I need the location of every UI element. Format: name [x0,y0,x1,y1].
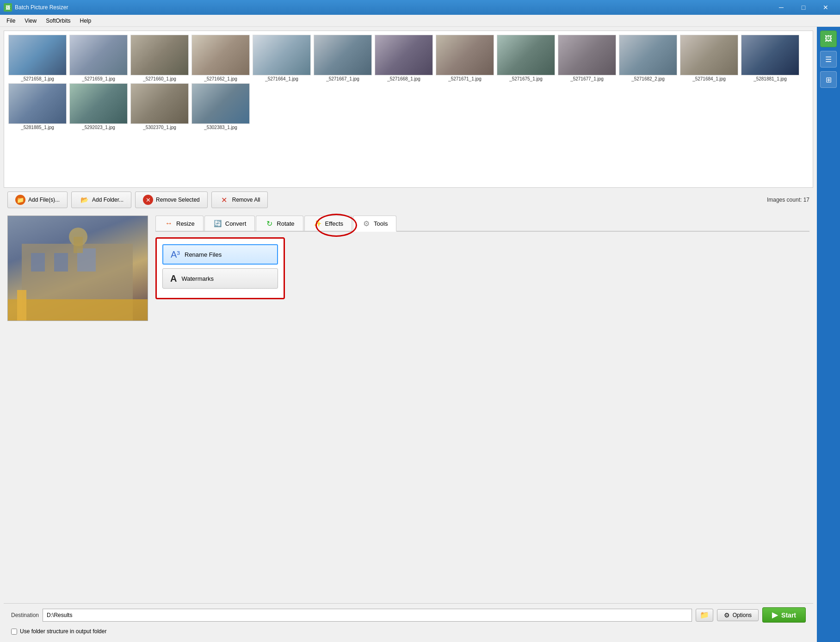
rename-files-button[interactable]: A³ Rename Files [162,244,278,265]
tab-tools-label: Tools [374,220,388,227]
thumbnail-item[interactable]: _5271658_1.jpg [8,35,67,81]
tools-icon: ⚙ [362,219,371,228]
thumbnail-item[interactable]: _5271662_1.jpg [191,35,250,81]
thumbnail-image [191,35,250,75]
toolbar: 📁 Add File(s)... 📂 Add Folder... ✕ Remov… [4,188,813,212]
list-view-icon: ☰ [825,55,832,64]
thumbnail-image [558,35,616,75]
image-view-icon: 🖼 [825,35,832,43]
menu-file[interactable]: File [2,17,20,25]
tab-resize-label: Resize [176,220,195,227]
thumbnail-label: _5271658_1.jpg [21,76,54,81]
remove-all-button[interactable]: ✕ Remove All [211,191,268,208]
window-controls: ─ □ ✕ [771,0,836,15]
tab-convert[interactable]: 🔄 Convert [204,216,255,231]
tab-tools[interactable]: ⚙ Tools [353,216,396,232]
destination-label: Destination [11,612,39,618]
thumbnail-label: _5271684_1.jpg [692,76,726,81]
start-button[interactable]: ▶ Start [762,607,806,623]
rotate-icon: ↻ [265,219,274,228]
destination-bar: Destination 📁 ⚙ Options ▶ Start [4,603,813,626]
remove-selected-button[interactable]: ✕ Remove Selected [135,191,208,208]
folder-structure-checkbox[interactable] [11,629,17,635]
thumbnail-item[interactable]: _5281881_1.jpg [741,35,800,81]
thumbnail-item[interactable]: _5302383_1.jpg [191,83,250,130]
thumbnail-label: _5271664_1.jpg [265,76,298,81]
watermarks-icon: A [170,273,177,284]
tab-resize[interactable]: ↔ Resize [155,216,204,231]
right-sidebar: 🖼 ☰ ⊞ [817,27,840,642]
folder-structure-label: Use folder structure in output folder [20,628,106,635]
image-view-button[interactable]: 🖼 [820,31,837,47]
thumbnail-grid-container[interactable]: _5271658_1.jpg_5271659_1.jpg_5271660_1.j… [4,31,813,188]
add-files-button[interactable]: 📁 Add File(s)... [7,191,68,208]
thumbnail-item[interactable]: _5271684_1.jpg [679,35,739,81]
thumbnail-item[interactable]: _5292023_1.jpg [69,83,128,130]
list-view-button[interactable]: ☰ [820,51,837,68]
preview-svg [8,216,148,321]
thumbnail-image [375,35,433,75]
thumbnail-image [619,35,677,75]
watermarks-button[interactable]: A Watermarks [162,268,278,289]
main-content: _5271658_1.jpg_5271659_1.jpg_5271660_1.j… [0,27,840,642]
resize-icon: ↔ [164,219,173,228]
thumbnail-image [436,35,494,75]
preview-area [4,212,152,603]
thumbnail-label: _5271682_2.jpg [631,76,665,81]
thumbnail-item[interactable]: _5271664_1.jpg [252,35,311,81]
add-files-icon: 📁 [15,195,25,205]
remove-all-label: Remove All [232,197,260,203]
thumbnail-item[interactable]: _5271659_1.jpg [69,35,128,81]
thumbnail-item[interactable]: _5271667_1.jpg [313,35,372,81]
menu-softorbits[interactable]: SoftOrbits [41,17,75,25]
thumbnail-image [680,35,738,75]
images-count: Images count: 17 [767,197,809,203]
thumbnail-item[interactable]: _5281885_1.jpg [8,83,67,130]
tab-rotate-label: Rotate [277,220,294,227]
browse-button[interactable]: 📁 [696,609,713,622]
tab-effects[interactable]: ✨ Effects [304,216,352,231]
thumbnail-image [253,35,311,75]
svg-rect-4 [8,299,148,321]
thumbnail-label: _5271668_1.jpg [387,76,420,81]
thumbnail-item[interactable]: _5271671_1.jpg [435,35,494,81]
thumbnail-item[interactable]: _5271660_1.jpg [130,35,189,81]
start-icon: ▶ [772,611,778,619]
effects-icon: ✨ [313,219,322,228]
thumbnail-label: _5292023_1.jpg [82,125,115,130]
maximize-button[interactable]: □ [793,0,814,15]
thumbnail-item[interactable]: _5271682_2.jpg [618,35,678,81]
rename-files-label: Rename Files [185,251,222,258]
add-folder-button[interactable]: 📂 Add Folder... [71,191,131,208]
thumbnail-item[interactable]: _5271675_1.jpg [496,35,556,81]
menu-help[interactable]: Help [75,17,96,25]
thumbnail-image [191,83,250,124]
thumbnail-label: _5302370_1.jpg [143,125,176,130]
tools-content: A³ Rename Files A Watermarks [155,237,285,299]
add-folder-label: Add Folder... [92,197,124,203]
add-folder-icon: 📂 [79,195,89,205]
menu-view[interactable]: View [20,17,41,25]
convert-icon: 🔄 [213,219,222,228]
tab-effects-label: Effects [325,220,344,227]
thumbnail-label: _5281885_1.jpg [21,125,54,130]
svg-rect-2 [54,253,68,272]
close-button[interactable]: ✕ [815,0,836,15]
thumbnail-image [314,35,372,75]
thumbnail-label: _5271677_1.jpg [570,76,604,81]
options-button[interactable]: ⚙ Options [717,609,759,621]
tab-rotate[interactable]: ↻ Rotate [256,216,303,231]
destination-input[interactable] [43,609,692,622]
minimize-button[interactable]: ─ [771,0,792,15]
browse-icon: 📁 [700,611,709,619]
thumbnail-image [69,35,128,75]
preview-image [7,216,148,321]
gear-icon: ⚙ [724,611,730,619]
svg-rect-7 [74,237,83,253]
thumbnail-image [130,35,189,75]
grid-view-button[interactable]: ⊞ [820,71,837,88]
thumbnail-item[interactable]: _5271668_1.jpg [374,35,433,81]
watermarks-label: Watermarks [181,275,214,282]
thumbnail-item[interactable]: _5302370_1.jpg [130,83,189,130]
thumbnail-item[interactable]: _5271677_1.jpg [557,35,617,81]
